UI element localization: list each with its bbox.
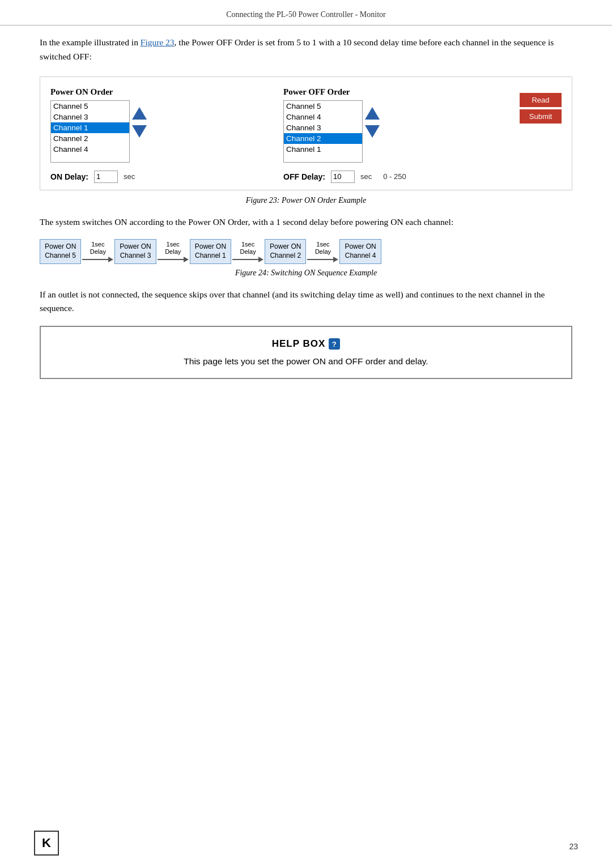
off-delay-label: OFF Delay: [283,172,325,181]
power-off-up-button[interactable] [365,106,380,121]
power-on-list-container: Channel 5 Channel 3 Channel 1 Channel 2 … [50,100,261,163]
down-arrow-icon [132,125,147,138]
submit-button[interactable]: Submit [520,109,562,124]
sw-arrow-4: 1secDelay [307,241,338,262]
figure23-caption: Figure 23: Power ON Order Example [40,196,572,205]
sw-block-4-line1: Power ON [270,242,301,252]
list-item[interactable]: Channel 3 [51,112,129,122]
power-off-channel-list[interactable]: Channel 5 Channel 4 Channel 3 Channel 2 … [283,100,363,163]
sw-block-1: Power ON Channel 5 [40,239,81,263]
sw-block-4: Power ON Channel 2 [265,239,306,263]
off-delay-unit: sec [360,172,372,181]
list-item[interactable]: Channel 4 [284,112,362,122]
sw-block-5: Power ON Channel 4 [339,239,381,263]
arrow-line-icon [232,259,258,260]
power-off-down-button[interactable] [365,124,380,139]
intro-paragraph: In the example illustrated in Figure 23,… [40,36,572,64]
body-text-2: If an outlet is not connected, the seque… [40,288,572,316]
on-delay-row: ON Delay: sec [50,171,261,183]
list-item[interactable]: Channel 5 [284,101,362,112]
figure23-row: Power ON Order Channel 5 Channel 3 Chann… [50,87,562,183]
down-arrow-icon [365,125,380,138]
power-on-up-button[interactable] [132,106,147,121]
arrow-line-icon [158,259,184,260]
off-delay-row: OFF Delay: sec 0 - 250 [283,171,494,183]
intro-text-before: In the example illustrated in [40,37,141,47]
on-delay-unit: sec [124,172,135,181]
help-box-title-text: HELP BOX [272,338,326,350]
list-item[interactable]: Channel 5 [51,101,129,112]
figure24-diagram-wrapper: Power ON Channel 5 1secDelay Power ON Ch… [40,239,572,277]
arrow-head-icon [108,257,113,262]
arrow-head-icon [184,257,189,262]
sw-arrow-3: 1secDelay [232,241,264,262]
page-header: Connecting the PL-50 Power Controller - … [0,0,612,25]
on-delay-input[interactable] [94,171,118,183]
read-button[interactable]: Read [520,93,562,107]
help-box-title: HELP BOX ? [63,338,549,350]
power-on-arrows [132,106,147,139]
sw-arrow-line-4 [307,257,338,262]
power-off-order-title: Power OFF Order [283,87,494,97]
sw-block-2-line2: Channel 3 [120,252,151,261]
sw-block-2: Power ON Channel 3 [114,239,156,263]
help-icon: ? [329,338,340,350]
figure23-box: Power ON Order Channel 5 Channel 3 Chann… [40,76,572,190]
help-box: HELP BOX ? This page lets you set the po… [40,326,572,379]
arrow-line-icon [307,259,333,260]
sw-arrow-2: 1secDelay [158,241,189,262]
power-on-order-title: Power ON Order [50,87,261,97]
list-item[interactable]: Channel 2 [284,133,362,144]
sw-block-4-line2: Channel 2 [270,252,301,261]
switching-diagram: Power ON Channel 5 1secDelay Power ON Ch… [40,239,572,263]
on-delay-label: ON Delay: [50,172,88,181]
power-on-down-button[interactable] [132,124,147,139]
power-off-arrows [365,106,380,139]
sw-block-5-line2: Channel 4 [345,252,376,261]
help-box-text: This page lets you set the power ON and … [63,356,549,367]
arrow-head-icon [333,257,338,262]
sw-arrow-line-2 [158,257,189,262]
list-item[interactable]: Channel 1 [284,144,362,155]
power-off-list-container: Channel 5 Channel 4 Channel 3 Channel 2 … [283,100,494,163]
power-on-channel-list[interactable]: Channel 5 Channel 3 Channel 1 Channel 2 … [50,100,130,163]
sw-block-1-line1: Power ON [45,242,76,252]
sw-block-3: Power ON Channel 1 [190,239,231,263]
sw-arrow-1: 1secDelay [82,241,113,262]
sw-arrow-line-1 [82,257,113,262]
up-arrow-icon [365,107,380,120]
sw-block-1-line2: Channel 5 [45,252,76,261]
sw-delay-3-label: 1secDelay [240,241,256,256]
action-buttons-panel: Read Submit [516,87,562,124]
arrow-head-icon [258,257,264,262]
sw-delay-4-label: 1secDelay [315,241,331,256]
page-number: 23 [569,842,578,851]
sw-block-5-line1: Power ON [345,242,376,252]
list-item[interactable]: Channel 2 [51,133,129,144]
body-text-1: The system switches ON according to the … [40,215,572,229]
sw-delay-1-label: 1secDelay [90,241,106,256]
power-off-order-section: Power OFF Order Channel 5 Channel 4 Chan… [283,87,494,183]
kramer-logo-text: K [42,836,51,850]
sw-block-3-line1: Power ON [195,242,226,252]
off-delay-input[interactable] [331,171,355,183]
list-item[interactable]: Channel 1 [51,122,129,133]
sw-block-2-line1: Power ON [120,242,151,252]
sw-arrow-line-3 [232,257,264,262]
off-delay-range: 0 - 250 [383,172,406,181]
figure23-link[interactable]: Figure 23 [141,37,175,47]
list-item[interactable]: Channel 4 [51,144,129,155]
sw-delay-2-label: 1secDelay [165,241,181,256]
kramer-logo: K [34,831,59,856]
up-arrow-icon [132,107,147,120]
figure24-caption: Figure 24: Switching ON Sequence Example [40,269,572,278]
header-title: Connecting the PL-50 Power Controller - … [226,10,386,19]
power-off-list-scroll: Channel 5 Channel 4 Channel 3 Channel 2 … [283,100,363,163]
power-on-list-scroll: Channel 5 Channel 3 Channel 1 Channel 2 … [50,100,130,163]
power-on-order-section: Power ON Order Channel 5 Channel 3 Chann… [50,87,261,183]
arrow-line-icon [82,259,108,260]
sw-block-3-line2: Channel 1 [195,252,226,261]
list-item[interactable]: Channel 3 [284,122,362,133]
